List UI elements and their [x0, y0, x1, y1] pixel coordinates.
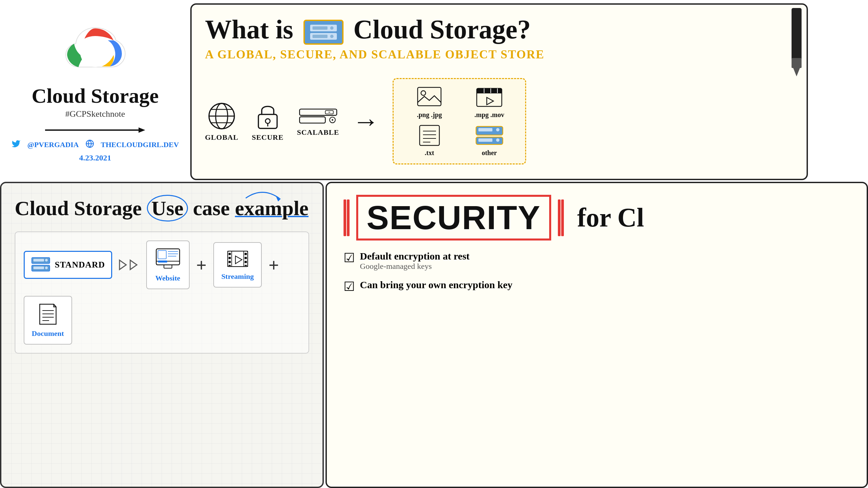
cloud-server-icon	[474, 124, 504, 147]
right-red-bars	[558, 199, 564, 236]
website-text: THECLOUDGIRL.DEV	[101, 140, 179, 149]
svg-rect-71	[228, 265, 231, 266]
curved-arrow-decoration	[242, 185, 282, 201]
image-file-icon	[416, 86, 443, 109]
files-box: .png .jpg .mpg .mov	[393, 78, 526, 164]
svg-rect-12	[312, 35, 328, 38]
image-file-item: .png .jpg	[402, 86, 457, 119]
svg-rect-31	[477, 88, 502, 93]
document-icon	[37, 302, 59, 326]
svg-rect-74	[244, 261, 247, 263]
left-red-bars	[344, 199, 349, 236]
svg-rect-83	[558, 199, 561, 236]
svg-point-45	[496, 128, 499, 131]
gcp-logo	[55, 18, 135, 85]
svg-rect-28	[417, 87, 441, 106]
title-suffix: Cloud Storage?	[353, 15, 531, 44]
svg-point-8	[330, 26, 334, 30]
security-item-2: ☑ Can bring your own encryption key	[344, 279, 850, 294]
panel-text-block: What is Cloud Storage? A GLOBAL, SECURE,…	[205, 15, 793, 71]
svg-marker-6	[793, 68, 800, 76]
twitter-handle: @PVERGADIA	[27, 140, 79, 149]
twitter-icon	[11, 139, 21, 151]
globe-icon	[86, 139, 94, 150]
svg-rect-81	[344, 199, 346, 236]
checkbox-1: ☑	[344, 251, 355, 265]
svg-rect-73	[244, 257, 247, 259]
svg-rect-46	[478, 138, 492, 142]
svg-rect-64	[158, 261, 167, 262]
svg-marker-76	[235, 256, 242, 264]
security-text-2: Can bring your own encryption key	[360, 279, 513, 291]
security-item-1: ☑ Default encryption at rest Google-mana…	[344, 251, 850, 271]
other-file-label: other	[482, 149, 497, 157]
use-case-text: case	[193, 197, 235, 220]
svg-rect-51	[33, 259, 44, 261]
svg-point-54	[45, 266, 48, 269]
secure-label: SECURE	[252, 133, 283, 142]
social-links: @PVERGADIA THECLOUDGIRL.DEV	[11, 139, 179, 151]
svg-rect-84	[561, 199, 564, 236]
use-word-circle: Use	[147, 195, 188, 222]
global-label: GLOBAL	[205, 133, 238, 142]
website-label: Website	[155, 274, 180, 283]
svg-rect-44	[478, 128, 492, 131]
date-text: 4.23.2021	[79, 154, 111, 162]
bottom-left-panel: Cloud Storage Use case example STANDARD	[0, 182, 324, 488]
svg-point-29	[421, 91, 426, 95]
image-file-label: .png .jpg	[417, 111, 442, 119]
svg-rect-53	[33, 266, 44, 269]
arrow-divider	[42, 125, 149, 135]
cloud-server-item: other	[462, 124, 517, 157]
use-case-title: Cloud Storage Use case example	[15, 195, 309, 222]
title-prefix: What is	[205, 15, 293, 44]
security-items-list: ☑ Default encryption at rest Google-mana…	[344, 251, 850, 294]
right-arrow: →	[352, 106, 379, 136]
panel-subtitle: A GLOBAL, SECURE, AND SCALABLE OBJECT ST…	[205, 47, 793, 61]
panel-title: What is Cloud Storage?	[205, 15, 793, 45]
film-icon	[226, 249, 249, 269]
svg-point-19	[266, 119, 270, 123]
cloud-storage-title: Cloud Storage	[32, 85, 159, 107]
svg-rect-60	[158, 251, 166, 259]
streaming-item: Streaming	[213, 242, 262, 288]
bottom-right-panel: SECURITY for Cl ☑ Default encryption at …	[326, 182, 868, 488]
for-cl-text: for Cl	[577, 202, 644, 233]
lock-icon	[254, 101, 281, 131]
svg-rect-68	[228, 253, 231, 255]
svg-marker-48	[276, 196, 281, 201]
video-file-item: .mpg .mov	[462, 86, 517, 119]
svg-rect-69	[228, 257, 231, 259]
use-case-title-main: Cloud Storage	[15, 197, 142, 220]
document-label: Document	[32, 329, 64, 338]
video-file-label: .mpg .mov	[474, 111, 504, 119]
plus-2: +	[269, 255, 279, 275]
text-file-icon	[417, 124, 442, 147]
svg-point-52	[45, 259, 48, 261]
left-panel: Cloud Storage #GCPSketchnote @PVERGADIA …	[0, 0, 190, 180]
what-is-content: GLOBAL SECURE SCALAB	[205, 78, 793, 164]
secure-icon-pair: SECURE	[252, 101, 283, 142]
website-item: Website	[146, 240, 190, 289]
svg-marker-56	[130, 260, 137, 269]
marker-decoration	[783, 5, 810, 79]
svg-rect-72	[244, 253, 247, 255]
streaming-label: Streaming	[221, 272, 254, 281]
play-arrow-2	[129, 259, 140, 271]
svg-marker-55	[120, 260, 126, 269]
play-arrows	[119, 259, 140, 271]
use-case-flow: STANDARD Website	[15, 231, 309, 354]
svg-rect-82	[347, 199, 349, 236]
play-arrow-1	[119, 259, 129, 271]
server-icon-title	[304, 20, 344, 45]
svg-rect-5	[792, 58, 802, 68]
standard-server-icon	[31, 257, 51, 273]
text-file-item: .txt	[402, 124, 457, 157]
video-file-icon	[475, 86, 503, 109]
svg-rect-9	[312, 26, 328, 30]
panel-top-bar: What is Cloud Storage? A GLOBAL, SECURE,…	[205, 15, 793, 71]
monitor-icon	[155, 247, 181, 270]
svg-rect-70	[228, 261, 231, 263]
global-icon	[207, 101, 237, 131]
security-title: SECURITY	[356, 195, 551, 240]
